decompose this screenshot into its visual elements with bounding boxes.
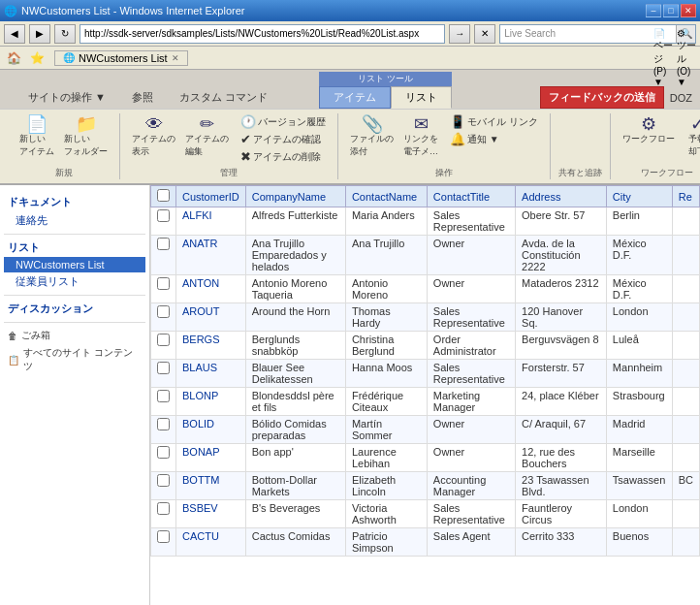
col-address[interactable]: Address bbox=[516, 186, 607, 207]
attach-file-button[interactable]: 📎 ファイルの添付 bbox=[346, 113, 398, 160]
customer-id-link[interactable]: BLONP bbox=[182, 390, 218, 401]
row-checkbox[interactable] bbox=[157, 474, 170, 487]
back-button[interactable]: ◀ bbox=[4, 24, 25, 44]
row-customer-id: BSBEV bbox=[176, 500, 246, 528]
col-re[interactable]: Re bbox=[672, 186, 699, 207]
ribbon-group-content-new: 📄 新しいアイテム 📁 新しいフォルダー bbox=[16, 113, 111, 165]
edit-item-button[interactable]: ✏ アイテムの編集 bbox=[181, 113, 233, 160]
view-item-button[interactable]: 👁 アイテムの表示 bbox=[128, 113, 179, 160]
refresh-button[interactable]: ↻ bbox=[54, 24, 76, 44]
customer-id-link[interactable]: BONAP bbox=[182, 446, 220, 458]
customer-id-link[interactable]: BOLID bbox=[182, 418, 214, 430]
home-icon[interactable]: 🏠 bbox=[4, 48, 23, 68]
tools-menu-icon[interactable]: ⚙ ツール(O) ▼ bbox=[677, 48, 696, 68]
workflow-group-label: ワークフロー bbox=[619, 165, 700, 179]
row-company-name: Antonio Moreno Taqueria bbox=[245, 275, 345, 303]
row-checkbox[interactable] bbox=[157, 502, 170, 515]
sidebar-section-documents[interactable]: ドキュメント bbox=[4, 193, 145, 211]
feedback-button[interactable]: フィードバックの送信 bbox=[540, 86, 664, 109]
tab-item[interactable]: アイテム bbox=[319, 86, 391, 109]
sidebar-item-nwcustomers[interactable]: NWCustomers List bbox=[4, 257, 145, 272]
customer-id-link[interactable]: BOTTM bbox=[182, 474, 220, 486]
close-button[interactable]: ✕ bbox=[681, 4, 696, 17]
sidebar-section-list[interactable]: リスト bbox=[4, 239, 145, 257]
ribbon-group-actions: 📎 ファイルの添付 ✉ リンクを電子メ… 📱 モバイル リンク 🔔 通知 ▼ bbox=[338, 113, 551, 179]
trash-label: ごみ箱 bbox=[21, 329, 50, 342]
row-checkbox[interactable] bbox=[157, 238, 170, 250]
customer-id-link[interactable]: ANTON bbox=[182, 277, 219, 289]
doz-label: DOZ bbox=[670, 92, 692, 104]
customer-id-link[interactable]: BERGS bbox=[182, 334, 220, 345]
version-history-button[interactable]: 🕐 バージョン履歴 bbox=[237, 113, 330, 130]
row-contact-title: Owner bbox=[427, 236, 515, 275]
row-address: Obere Str. 57 bbox=[516, 207, 607, 236]
col-customer-id[interactable]: CustomerID bbox=[176, 186, 246, 207]
customer-id-link[interactable]: BSBEV bbox=[182, 502, 218, 514]
row-checkbox[interactable] bbox=[157, 305, 170, 318]
approve-icon: ✓ bbox=[690, 115, 700, 133]
customer-id-link[interactable]: CACTU bbox=[182, 530, 219, 542]
check-item-button[interactable]: ✔ アイテムの確認 bbox=[237, 131, 330, 147]
row-company-name: Around the Horn bbox=[245, 303, 345, 332]
new-item-button[interactable]: 📄 新しいアイテム bbox=[16, 113, 58, 160]
forward-button[interactable]: ▶ bbox=[29, 24, 50, 44]
row-checkbox[interactable] bbox=[157, 277, 170, 290]
sidebar-section-discussion[interactable]: ディスカッション bbox=[4, 300, 145, 318]
sidebar-item-trash[interactable]: 🗑 ごみ箱 bbox=[4, 327, 145, 344]
row-contact-title: Order Administrator bbox=[427, 332, 515, 360]
stop-button[interactable]: ✕ bbox=[474, 24, 495, 44]
customer-id-link[interactable]: ANATR bbox=[182, 238, 217, 249]
row-city: London bbox=[606, 500, 672, 528]
data-table: CustomerID CompanyName ContactName Conta… bbox=[150, 185, 700, 557]
page-menu-icon[interactable]: 📄 ページ(P) ▼ bbox=[653, 48, 673, 68]
sidebar-item-all-content[interactable]: 📋 すべてのサイト コンテンツ bbox=[4, 344, 145, 375]
customer-id-link[interactable]: BLAUS bbox=[182, 362, 217, 373]
row-checkbox[interactable] bbox=[157, 334, 170, 346]
go-button[interactable]: → bbox=[449, 24, 470, 44]
attach-file-icon: 📎 bbox=[362, 115, 383, 133]
sidebar-item-contacts[interactable]: 連絡先 bbox=[4, 211, 145, 230]
customer-id-link[interactable]: AROUT bbox=[182, 305, 220, 317]
row-checkbox[interactable] bbox=[157, 209, 170, 222]
row-checkbox[interactable] bbox=[157, 446, 170, 459]
address-input[interactable] bbox=[80, 24, 445, 44]
col-contact-name[interactable]: ContactName bbox=[345, 186, 427, 207]
row-company-name: Bottom-Dollar Markets bbox=[245, 472, 345, 500]
favorites-icon[interactable]: ⭐ bbox=[27, 48, 47, 68]
row-contact-name: Victoria Ashworth bbox=[345, 500, 427, 528]
new-folder-button[interactable]: 📁 新しいフォルダー bbox=[60, 113, 111, 160]
page-tab-close-icon[interactable]: ✕ bbox=[172, 53, 179, 63]
send-email-button[interactable]: ✉ リンクを電子メ… bbox=[399, 113, 442, 160]
row-checkbox[interactable] bbox=[157, 418, 170, 430]
select-all-checkbox[interactable] bbox=[157, 189, 170, 202]
approve-button[interactable]: ✓ 予報/却下 bbox=[681, 113, 700, 160]
col-city[interactable]: City bbox=[606, 186, 672, 207]
workflow-button[interactable]: ⚙ ワークフロー bbox=[619, 113, 679, 147]
sidebar-item-employees[interactable]: 従業員リスト bbox=[4, 272, 145, 291]
row-city: México D.F. bbox=[606, 275, 672, 303]
row-checkbox[interactable] bbox=[157, 362, 170, 374]
row-company-name: Bólido Comidas preparadas bbox=[245, 416, 345, 444]
page-tab-title[interactable]: NWCustomers List bbox=[79, 52, 168, 64]
attach-file-label: ファイルの添付 bbox=[350, 133, 394, 158]
row-checkbox[interactable] bbox=[157, 530, 170, 543]
row-city: London bbox=[606, 303, 672, 332]
row-checkbox[interactable] bbox=[157, 390, 170, 402]
mobile-link-label: モバイル リンク bbox=[467, 115, 538, 129]
tab-browse[interactable]: 参照 bbox=[119, 86, 166, 109]
row-checkbox-cell bbox=[151, 360, 176, 388]
title-bar-buttons: – □ ✕ bbox=[646, 4, 696, 17]
col-company-name[interactable]: CompanyName bbox=[245, 186, 345, 207]
col-contact-title[interactable]: ContactTitle bbox=[427, 186, 515, 207]
minimize-button[interactable]: – bbox=[646, 4, 661, 17]
maximize-button[interactable]: □ bbox=[663, 4, 679, 17]
tab-site-actions[interactable]: サイトの操作 ▼ bbox=[16, 86, 118, 109]
customer-id-link[interactable]: ALFKI bbox=[182, 209, 212, 221]
row-contact-name: Antonio Moreno bbox=[345, 275, 427, 303]
notify-button[interactable]: 🔔 通知 ▼ bbox=[446, 131, 542, 147]
mobile-link-button[interactable]: 📱 モバイル リンク bbox=[446, 113, 542, 130]
tab-list[interactable]: リスト bbox=[391, 86, 452, 109]
ie-logo-small-icon: 🌐 bbox=[63, 52, 75, 63]
delete-item-button[interactable]: ✖ アイテムの削除 bbox=[237, 148, 330, 165]
tab-custom-commands[interactable]: カスタム コマンド bbox=[167, 86, 280, 109]
